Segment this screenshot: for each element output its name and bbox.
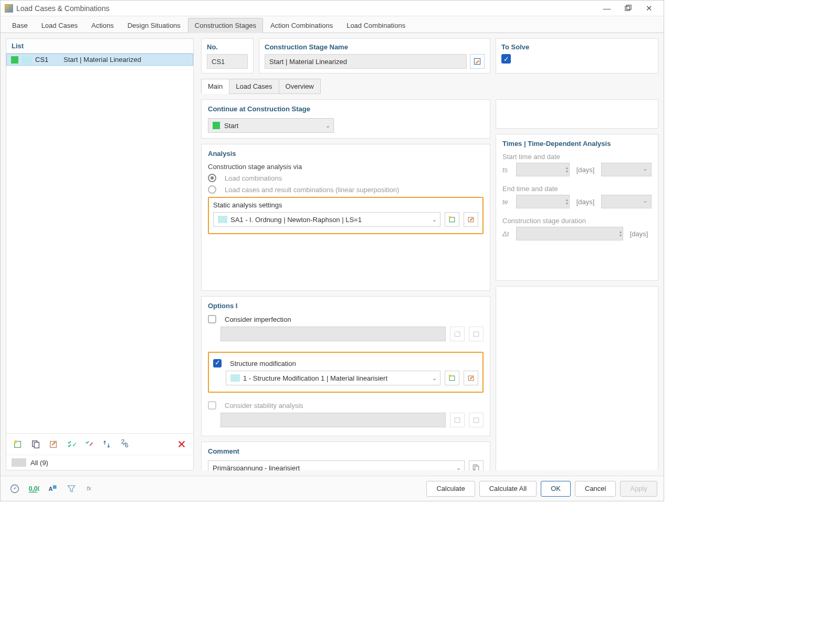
maximize-button[interactable] [617,2,638,15]
structure-checkbox-row[interactable]: Structure modification [213,359,478,368]
color-swatch-cyan [22,56,32,64]
analysis-section: Analysis Construction stage analysis via… [201,144,490,291]
te-date-dropdown [601,195,652,208]
radio-icon [208,174,216,182]
no-field[interactable]: CS1 [207,54,248,69]
function-icon[interactable]: fx [82,481,98,497]
minimize-button[interactable]: — [596,2,617,15]
help-icon[interactable] [7,481,23,497]
radio-label: Load cases and result combinations (line… [225,186,399,194]
font-icon[interactable]: A [45,481,60,497]
title-bar: Load Cases & Combinations — ✕ [1,1,664,16]
tab-load-combinations[interactable]: Load Combinations [340,18,412,33]
to-solve-label: To Solve [501,43,653,51]
name-field[interactable]: Start | Material Linearized [265,54,467,69]
edit-icon[interactable] [46,437,61,452]
tab-construction-stages[interactable]: Construction Stages [188,18,263,33]
tab-action-combinations[interactable]: Action Combinations [264,18,339,33]
svg-text:✓: ✓ [72,441,76,448]
structure-label: Structure modification [230,360,296,368]
continue-value: Start [224,122,238,130]
edit-static-analysis-button[interactable] [464,212,478,227]
chevron-down-icon: ⌄ [326,122,330,129]
analysis-via-label: Construction stage analysis via [208,163,302,171]
to-solve-card: To Solve ✓ [496,38,658,74]
new-static-analysis-button[interactable] [445,212,459,227]
options-section: Options I Consider imperfection [201,296,490,436]
new-icon[interactable] [10,437,25,452]
tab-load-cases[interactable]: Load Cases [35,18,84,33]
inner-tab-overview[interactable]: Overview [279,79,321,94]
apply-button: Apply [620,481,657,497]
svg-rect-20 [455,418,460,423]
ok-button[interactable]: OK [541,481,571,497]
edit-stability-button [469,413,484,427]
dt-field [516,227,623,240]
delete-icon[interactable] [174,437,189,452]
list-item-cs1[interactable]: CS1 Start | Material Linearized [6,54,193,66]
stability-dropdown [220,413,446,427]
name-label: Construction Stage Name [265,43,485,51]
radio-icon [208,185,216,194]
check-all-icon[interactable]: ✓ [64,437,79,452]
inner-tab-load-cases[interactable]: Load Cases [229,79,279,94]
checkbox-icon [213,359,222,368]
static-analysis-dropdown[interactable]: SA1 - I. Ordnung | Newton-Raphson | LS=1… [213,212,440,227]
comment-heading: Comment [208,447,484,455]
radio-load-combinations[interactable]: Load combinations [208,174,484,182]
placeholder-card-top [496,99,658,129]
svg-point-18 [449,375,452,377]
stability-label: Consider stability analysis [225,402,303,410]
tab-actions[interactable]: Actions [85,18,120,33]
inner-tab-main[interactable]: Main [201,79,229,94]
imperfection-dropdown [220,327,446,341]
tab-base[interactable]: Base [6,18,34,33]
structure-modification-dropdown[interactable]: 1 - Structure Modification 1 | Material … [226,371,440,385]
static-analysis-label: Static analysis settings [213,201,478,209]
edit-name-button[interactable] [470,54,485,69]
uncheck-all-icon[interactable] [82,437,97,452]
svg-rect-5 [34,442,39,448]
left-panel: List CS1 Start | Material Linearized ✓ 2… [6,38,194,470]
to-solve-checkbox[interactable]: ✓ [501,54,511,64]
edit-structure-mod-button[interactable] [464,371,478,385]
renumber-icon[interactable] [100,437,114,452]
static-analysis-group: Static analysis settings SA1 - I. Ordnun… [208,197,484,234]
new-structure-mod-button[interactable] [445,371,459,385]
close-button[interactable]: ✕ [638,2,659,15]
dt-symbol: Δt [502,230,513,238]
chevron-down-icon: ⌄ [456,465,461,471]
list-item-label: Start | Material Linearized [64,56,141,64]
svg-rect-1 [626,5,631,9]
ts-date-dropdown [601,163,652,176]
color-chip [218,216,227,223]
continue-dropdown[interactable]: Start ⌄ [208,118,334,133]
analysis-heading: Analysis [208,150,484,158]
comment-dropdown[interactable]: Primärspannung - linearisiert ⌄ [208,460,465,470]
reorder-icon[interactable]: 26 [118,437,132,452]
edit-imperfection-button [469,327,484,341]
filter-label: All (9) [30,459,48,467]
ts-field [516,163,570,176]
continue-section: Continue at Construction Stage Start ⌄ [201,99,490,139]
window-title: Load Cases & Combinations [16,4,596,13]
copy-icon[interactable] [28,437,43,452]
placeholder-card-bottom [496,286,658,470]
cancel-button[interactable]: Cancel [575,481,616,497]
filter-swatch [12,458,26,467]
imperfection-checkbox-row[interactable]: Consider imperfection [208,315,484,323]
calculate-button[interactable]: Calculate [426,481,475,497]
name-card: Construction Stage Name Start | Material… [259,38,490,74]
comment-library-button[interactable] [469,460,484,470]
duration-label: Construction stage duration [502,217,652,225]
start-time-label: Start time and date [502,153,652,161]
units-icon[interactable]: 0,00 [26,481,41,497]
radio-linear-superposition[interactable]: Load cases and result combinations (line… [208,185,484,194]
footer: 0,00 A fx Calculate Calculate All OK Can… [1,476,664,501]
right-panel: No. CS1 Construction Stage Name Start | … [201,38,658,470]
tab-design-situations[interactable]: Design Situations [121,18,187,33]
calculate-all-button[interactable]: Calculate All [479,481,537,497]
filter-funnel-icon[interactable] [64,481,79,497]
stability-checkbox-row: Consider stability analysis [208,401,484,410]
list-body[interactable]: CS1 Start | Material Linearized [6,54,193,433]
